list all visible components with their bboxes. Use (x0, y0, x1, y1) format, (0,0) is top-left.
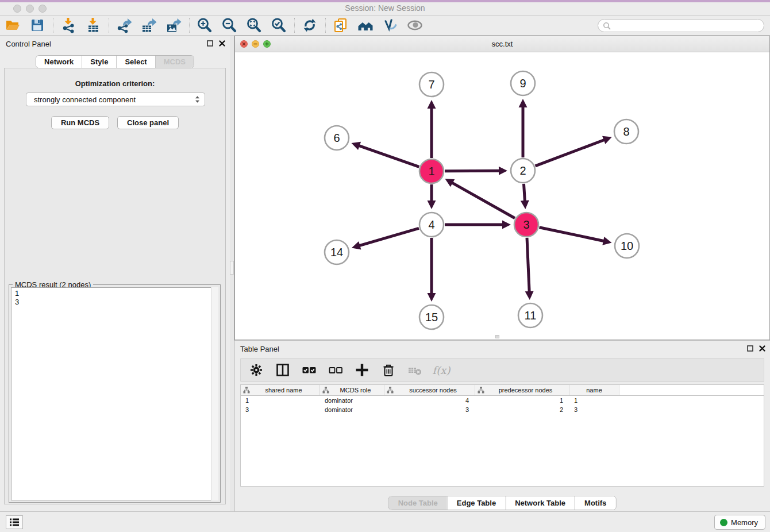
zoom-selected-icon[interactable] (271, 17, 287, 33)
float-table-panel-icon[interactable] (747, 345, 753, 352)
graph-node-4[interactable]: 4 (419, 213, 444, 237)
table-cell[interactable]: 4 (384, 396, 475, 405)
table-cell[interactable]: 1 (569, 396, 619, 405)
memory-button[interactable]: Memory (714, 515, 765, 530)
graph-node-14[interactable]: 14 (325, 240, 349, 264)
svg-text:11: 11 (525, 309, 537, 322)
zoom-out-icon[interactable] (221, 17, 237, 33)
graph-edge-3-11[interactable] (525, 238, 534, 300)
select-stepper-icon (194, 95, 201, 103)
graph-edge-3-10[interactable] (540, 228, 612, 245)
node-table-header: shared nameMCDS rolesuccessor nodesprede… (241, 385, 764, 396)
graph-edge-1-7[interactable] (428, 100, 436, 158)
graph-edge-2-8[interactable] (536, 136, 612, 166)
table-cell[interactable]: 2 (475, 405, 569, 414)
table-settings-icon[interactable] (249, 363, 264, 377)
list-icon (9, 518, 20, 527)
graph-node-10[interactable]: 10 (615, 234, 639, 258)
column-header-shared-name[interactable]: shared name (241, 385, 320, 395)
export-network-icon[interactable] (116, 17, 132, 33)
tab-select[interactable]: Select (116, 56, 155, 68)
column-header-successor-nodes[interactable]: successor nodes (384, 385, 475, 395)
graph-edge-4-3[interactable] (445, 221, 511, 229)
open-session-icon[interactable] (5, 17, 21, 33)
graph-node-1[interactable]: 1 (419, 159, 444, 183)
network-graph[interactable]: 7968124314101511 (235, 52, 769, 340)
table-cell[interactable]: 1 (241, 396, 320, 405)
mcds-result-scrollbar[interactable] (211, 287, 218, 500)
panel-divider[interactable] (230, 36, 234, 511)
column-header-predecessor-nodes[interactable]: predecessor nodes (475, 385, 569, 395)
application-window: Session: New Session Control Panel (0, 0, 770, 532)
graph-edge-4-15[interactable] (428, 238, 436, 302)
import-network-icon[interactable] (60, 17, 76, 33)
graphics-details-icon[interactable] (382, 17, 398, 33)
graph-node-8[interactable]: 8 (614, 119, 638, 144)
column-header-name[interactable]: name (569, 385, 619, 395)
table-cell[interactable]: 3 (384, 405, 475, 414)
import-table-icon[interactable] (85, 17, 101, 33)
tab-network-table[interactable]: Network Table (505, 496, 575, 510)
table-cell[interactable]: 3 (241, 405, 320, 414)
control-panel-tabs: NetworkStyleSelectMCDS (36, 55, 194, 68)
graph-node-11[interactable]: 11 (518, 303, 542, 327)
add-column-icon[interactable] (355, 363, 369, 377)
export-image-icon[interactable] (165, 17, 182, 33)
graph-edge-4-14[interactable] (352, 228, 419, 249)
control-panel-title: Control Panel (6, 40, 51, 48)
graph-node-2[interactable]: 2 (511, 159, 535, 183)
mcds-panel: Optimization criterion: strongly connect… (4, 68, 226, 504)
delete-icon[interactable] (381, 363, 396, 377)
table-row[interactable]: 1dominator411 (241, 396, 764, 405)
graph-node-7[interactable]: 7 (419, 72, 444, 97)
close-panel-button[interactable]: Close panel (117, 116, 179, 129)
tab-mcds[interactable]: MCDS (155, 56, 194, 68)
control-panel-header: Control Panel (0, 36, 230, 53)
table-cell[interactable]: dominator (320, 405, 384, 414)
run-mcds-button[interactable]: Run MCDS (51, 116, 109, 129)
tab-node-table[interactable]: Node Table (389, 496, 447, 510)
apply-layout-icon[interactable] (302, 17, 318, 33)
tab-style[interactable]: Style (82, 56, 116, 68)
table-cell[interactable]: 1 (475, 396, 569, 405)
tab-motifs[interactable]: Motifs (575, 496, 615, 510)
search-input[interactable] (613, 21, 757, 30)
clone-network-icon[interactable] (333, 17, 349, 33)
graph-node-9[interactable]: 9 (511, 71, 535, 95)
column-header-MCDS-role[interactable]: MCDS role (320, 385, 384, 395)
select-all-icon[interactable] (302, 363, 317, 377)
eye-icon[interactable] (407, 17, 423, 33)
table-cell[interactable]: 3 (569, 405, 619, 414)
save-session-icon[interactable] (29, 17, 45, 33)
graph-edge-2-9[interactable] (519, 99, 528, 157)
close-table-panel-icon[interactable] (759, 345, 765, 352)
graph-edge-3-1[interactable] (445, 179, 515, 218)
graph-edge-1-6[interactable] (351, 142, 419, 167)
graph-node-3[interactable]: 3 (514, 213, 538, 237)
node-table[interactable]: shared nameMCDS rolesuccessor nodesprede… (240, 384, 764, 487)
graph-node-15[interactable]: 15 (419, 305, 444, 329)
deselect-all-icon[interactable] (328, 363, 343, 377)
network-canvas[interactable]: 7968124314101511 (235, 52, 769, 340)
task-history-button[interactable] (6, 515, 23, 529)
graph-edge-1-4[interactable] (428, 184, 436, 209)
zoom-fit-icon[interactable] (246, 17, 262, 33)
export-table-icon[interactable] (141, 17, 157, 33)
close-panel-icon[interactable] (219, 40, 225, 47)
mcds-result-text[interactable]: 1 3 (11, 287, 218, 500)
network-overview-icon[interactable] (357, 17, 374, 33)
table-row[interactable]: 3dominator323 (241, 405, 764, 414)
graph-edge-1-2[interactable] (445, 167, 507, 175)
optimization-criterion-select[interactable]: strongly connected component (26, 92, 205, 106)
canvas-resize-grip[interactable] (495, 335, 499, 338)
zoom-in-icon[interactable] (197, 17, 213, 33)
split-panel-icon[interactable] (275, 363, 290, 377)
graph-node-6[interactable]: 6 (325, 126, 349, 150)
divider-grip[interactable] (230, 261, 234, 275)
float-panel-icon[interactable] (207, 40, 213, 47)
search-field[interactable] (598, 19, 764, 32)
table-cell[interactable]: dominator (320, 396, 384, 405)
graph-edge-2-3[interactable] (521, 184, 529, 209)
tab-edge-table[interactable]: Edge Table (447, 496, 505, 510)
tab-network[interactable]: Network (36, 56, 82, 68)
